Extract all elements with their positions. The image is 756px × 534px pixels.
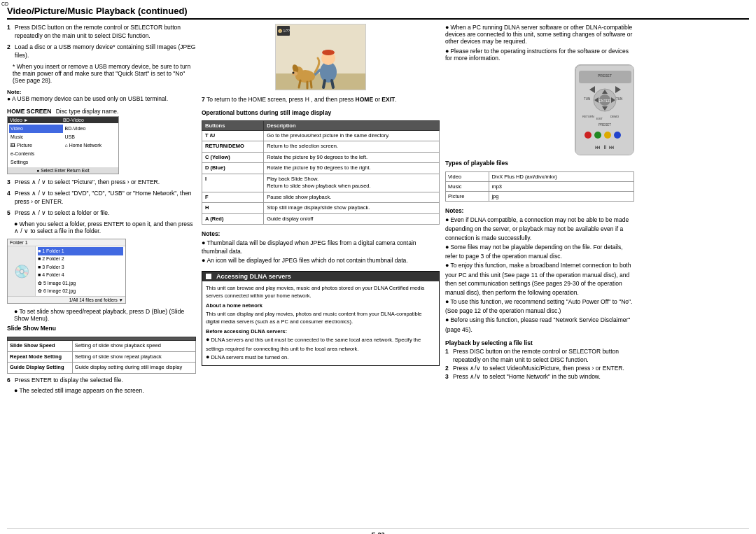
screen-header: Video ► BD-Video [8,117,118,123]
step-4-num: 4 [7,190,13,206]
type-value: jpg [489,192,634,202]
btn-table-row: IPlay back Slide Show.Return to slide sh… [202,174,440,192]
folder-cd-icon: 💿 [14,264,29,279]
slide-show-table: Slide Show SpeedSetting of slide show pl… [7,337,196,374]
mid-notes-title: Notes: [202,230,220,237]
playback-section: Playback by selecting a file list 1 Pres… [445,339,634,381]
disc-type-text: Disc type display name. [56,108,119,115]
screen-item-bdvideo: BD-Video [64,125,118,133]
btn-table-row: C (Yellow)Rotate the picture by 90 degre… [202,152,440,163]
svg-rect-5 [323,50,333,53]
screen-item-homenet-label: Home Network [69,142,102,149]
screen-item-picture: 🖼 Picture [9,141,63,150]
svg-line-7 [323,80,325,87]
screen-item-homenet: ⌂ Home Network [64,141,118,150]
step-2: 2 Load a disc or a USB memory device* co… [7,43,196,60]
step-6: 6 Press ENTER to display the selected fi… [7,377,196,385]
bullet-step5: ●When you select a folder, press ENTER t… [7,220,196,234]
btn-cell: RETURN/DEMO [202,141,264,153]
step-1-num: 1 [7,24,13,41]
btn-cell: H [202,203,264,214]
mid-notes: Notes: ●Thumbnail data will be displayed… [202,230,440,265]
remote-mockup: PRESET ENTER TUN TUN [575,64,634,155]
screen-item-usb-label: USB [65,134,75,141]
btn-table-row: A (Red)Guide display on/off [202,213,440,225]
folder-body: CD 💿 ■ 1 Folder 1 ■ 2 Folder 2 ■ 3 Folde… [8,246,125,296]
screen-item-econtents-label: e-Contents [10,150,34,157]
step-6-num: 6 [7,377,13,385]
remote-image-area: PRESET ENTER TUN TUN [445,64,634,157]
svg-point-13 [293,72,295,74]
home-screen-section: HOME SCREEN Disc type display name. Vide… [7,108,196,176]
playback-step-1: 1 Press DISC button on the remote contro… [445,348,634,365]
svg-text:TUN: TUN [616,97,622,101]
bullet-5-text: When you select a folder, press ENTER to… [14,220,193,234]
step-6-text: Press ENTER to display the selected file… [15,377,123,385]
btn-cell: A (Red) [202,213,264,225]
page-number: E-23 [7,528,749,534]
slide-show-menu-label: Slide Show Menu [7,325,196,332]
dlna-bullet-1: ● [206,336,209,343]
step-2-text: Load a disc or a USB memory device* cont… [15,43,196,60]
btn-desc: Stop still image display/slide show play… [264,203,440,214]
screen-right-items: BD-Video USB ⌂ Home Network [64,125,118,166]
pb-step-3-num: 3 [445,373,451,381]
mid-column: 📀 1/?? 7 To return to the HOME screen, p… [202,24,440,526]
screen-item-picture-icon: 🖼 [10,142,15,149]
image-area: 📀 1/?? [202,24,440,92]
pb-step-3-text: Press ∧/∨ to select "Home Network" in th… [453,373,601,381]
slide-table-row: Slide Show SpeedSetting of slide show pl… [8,341,196,352]
btn-desc: Rotate the picture by 90 degrees to the … [264,152,440,163]
rn-bullet-1: ● [445,216,449,223]
right-bullet-refer-sym: ● [445,48,449,55]
bullet-slideshow: ●To set slide show speed/repeat playback… [7,308,196,322]
right-bullet-refer-text: Please refer to the operating instructio… [445,48,629,62]
btn-cell: C (Yellow) [202,152,264,163]
svg-point-38 [594,132,601,139]
bullet-symbol-ss: ● [14,308,18,315]
rn-bullet-2: ● [445,244,449,251]
folder-list-item-3: ■ 3 Folder 3 [38,263,123,272]
type-value: DivX Plus HD (avi/divx/mkv) [489,172,634,182]
slide-table-row: Repeat Mode SettingSetting of slide show… [8,351,196,363]
svg-text:EXIT: EXIT [596,117,603,120]
star-note-text: When you insert or remove a USB memory d… [13,63,190,84]
svg-point-39 [604,132,611,139]
folder-list-item-4: ■ 4 Folder 4 [38,272,123,280]
screen-item-settings: Settings [9,158,63,167]
screen-item-picture-label: Picture [17,142,32,149]
rn-bullet-5: ● [445,316,449,323]
folder-footer: 1/All 14 files and folders ▼ [8,296,125,303]
svg-text:ENTER: ENTER [599,99,611,103]
slide-show-menu-title: Slide Show Menu [7,325,56,332]
note-section: Note: ● A USB memory device can be used … [7,88,196,104]
screen-item-music-label: Music [10,134,23,141]
home-screen-label: HOME SCREEN [7,108,51,115]
screen-item-video-label: Video [10,125,23,132]
dlna-bullet-2: ● [206,353,209,360]
dlna-section: Accessing DLNA servers This unit can bro… [202,271,440,366]
svg-line-14 [299,80,300,87]
note-label: Note: [7,89,21,95]
slide-desc: Setting of slide show playback speed [72,341,195,352]
step-4-text: Press ∧ / ∨ to select "DVD", "CD", "USB"… [15,190,196,206]
screen-item-music: Music [9,133,63,141]
right-notes-title: Notes: [445,207,463,214]
cartoon-image: 📀 1/?? [275,24,366,90]
rn-bullet-3: ● [445,262,449,269]
svg-text:⏮ ⏸ ⏭: ⏮ ⏸ ⏭ [595,144,615,150]
btn-desc: Return to the selection screen. [264,141,440,153]
folder-mockup: Folder 1 CD 💿 ■ 1 Folder 1 ■ 2 Folder 2 … [7,239,126,304]
buttons-table: Buttons Description T /UGo to the previo… [202,120,440,225]
svg-line-8 [332,80,333,87]
screen-item-bdvideo-label: BD-Video [65,125,86,132]
pb-step-2-num: 2 [445,365,451,373]
type-label: Picture [446,192,489,202]
star-note: * When you insert or remove a USB memory… [7,63,196,84]
right-bullet-refer: ●Please refer to the operating instructi… [445,48,634,62]
svg-text:TUN: TUN [584,97,590,101]
btn-desc: Rotate the picture by 90 degrees to the … [264,163,440,174]
btn-desc: Pause slide show playback. [264,192,440,203]
screen-homenet-icon: ⌂ [65,142,68,149]
dlna-about-text: This unit can display and play movies, p… [206,310,435,326]
